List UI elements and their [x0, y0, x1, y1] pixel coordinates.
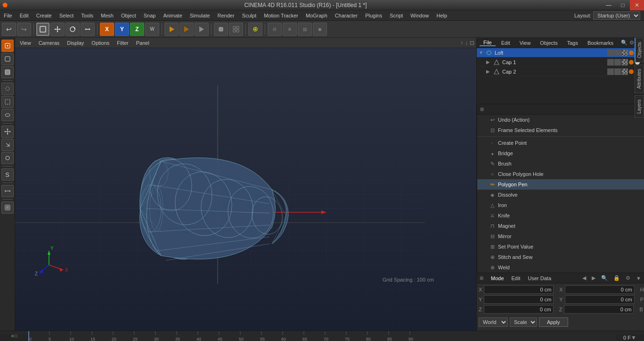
attr-forward-icon[interactable]: ▶	[592, 275, 595, 281]
close-button[interactable]: ✕	[630, 0, 644, 10]
search-icon[interactable]: 🔍	[621, 40, 628, 46]
polygon-mode-button[interactable]	[1, 66, 14, 78]
point-mode-button[interactable]	[1, 40, 14, 52]
ctx-iron[interactable]: △ Iron	[477, 200, 644, 210]
move-tool-lt-button[interactable]	[1, 125, 14, 138]
rect-selection-button[interactable]	[1, 96, 14, 108]
side-tab-attributes[interactable]: Attributes	[635, 65, 644, 93]
menu-script[interactable]: Script	[386, 10, 407, 21]
brush-tool-button[interactable]: S	[1, 168, 14, 181]
ctx-knife[interactable]: ⚔ Knife	[477, 210, 644, 221]
cube-view-button[interactable]	[214, 23, 228, 36]
menu-object[interactable]: Object	[117, 10, 140, 21]
live-selection-button[interactable]	[1, 83, 14, 95]
z-axis-button[interactable]: Z	[130, 23, 144, 36]
x-rot-input[interactable]	[565, 285, 635, 294]
x-axis-button[interactable]: X	[100, 23, 114, 36]
menu-mesh[interactable]: Mesh	[97, 10, 117, 21]
cap1-visibility-btn[interactable]	[607, 59, 614, 66]
menu-plugins[interactable]: Plugins	[361, 10, 386, 21]
panel-tab-objects[interactable]: Objects	[536, 40, 561, 46]
menu-simulate[interactable]: Simulate	[186, 10, 214, 21]
menu-select[interactable]: Select	[56, 10, 78, 21]
loft-visibility-btn[interactable]	[607, 50, 614, 56]
apply-button[interactable]: Apply	[539, 317, 568, 327]
rotate-tool-button[interactable]	[65, 23, 80, 36]
attr-tab-mode[interactable]: Mode	[489, 275, 506, 281]
menu-mograph[interactable]: MoGraph	[302, 10, 331, 21]
menu-tools[interactable]: Tools	[77, 10, 97, 21]
vp-menu-display[interactable]: Display	[64, 40, 87, 46]
menu-motion-tracker[interactable]: Motion Tracker	[260, 10, 302, 21]
ctx-frame-selected[interactable]: ⊡ Frame Selected Elements	[477, 125, 644, 135]
measure-tool-button[interactable]	[1, 185, 14, 197]
loft-checker-btn[interactable]	[621, 50, 628, 56]
vp-down-icon[interactable]: ↓	[465, 40, 468, 46]
settings-icon[interactable]: ⚙	[629, 40, 634, 46]
ctx-polygon-pen[interactable]: ✏ Polygon Pen	[477, 179, 644, 190]
obj-item-cap1[interactable]: ▶ Cap 1	[477, 58, 644, 67]
menu-snap[interactable]: Snap	[140, 10, 160, 21]
obj-expand-loft[interactable]: ▼	[479, 50, 483, 55]
model-mode-button[interactable]	[36, 23, 49, 36]
vp-menu-filter[interactable]: Filter	[114, 40, 131, 46]
vp-menu-panel[interactable]: Panel	[133, 40, 152, 46]
tl-arrow-btn[interactable]: ▼	[631, 334, 636, 341]
loft-render-btn[interactable]	[614, 50, 621, 56]
ctx-bridge[interactable]: ⬥ Bridge	[477, 148, 644, 158]
panel-tab-view[interactable]: View	[516, 40, 535, 46]
ctx-magnet[interactable]: ⊓ Magnet	[477, 221, 644, 231]
sky-button[interactable]: ⊛	[283, 23, 297, 36]
floor-button[interactable]: ⊟	[268, 23, 282, 36]
ctx-stitch-sew[interactable]: ⊕ Stitch and Sew	[477, 252, 644, 262]
z-rot-input[interactable]	[564, 305, 634, 314]
vp-menu-options[interactable]: Options	[89, 40, 112, 46]
background-button[interactable]: ▤	[298, 23, 312, 36]
viewport[interactable]: View Cameras Display Options Filter Pane…	[15, 38, 477, 331]
attr-lock-icon[interactable]: 🔒	[613, 275, 620, 281]
vp-expand-icon[interactable]: ⊡	[470, 40, 474, 46]
z-pos-input[interactable]	[484, 305, 554, 314]
vp-menu-view[interactable]: View	[17, 40, 34, 46]
menu-animate[interactable]: Animate	[159, 10, 186, 21]
render-region-button[interactable]	[164, 23, 179, 36]
ctx-brush[interactable]: ✎ Brush	[477, 158, 644, 169]
multi-view-button[interactable]	[229, 23, 243, 36]
cap2-render-btn[interactable]	[614, 68, 621, 75]
x-pos-input[interactable]	[484, 285, 554, 294]
menu-render[interactable]: Render	[214, 10, 238, 21]
ctx-close-polygon-hole[interactable]: ○ Close Polygon Hole	[477, 169, 644, 179]
edge-mode-button[interactable]	[1, 53, 14, 65]
redo-button[interactable]: ↪	[17, 23, 31, 36]
menu-character[interactable]: Character	[331, 10, 361, 21]
obj-item-loft[interactable]: ▼ Loft	[477, 48, 644, 58]
obj-expand-cap1[interactable]: ▶	[486, 59, 491, 65]
move-tool-button[interactable]	[50, 23, 65, 36]
obj-item-cap2[interactable]: ▶ Cap 2	[477, 67, 644, 76]
render-active-view-button[interactable]	[195, 23, 209, 36]
menu-sculpt[interactable]: Sculpt	[238, 10, 261, 21]
ctx-weld[interactable]: ⊗ Weld	[477, 262, 644, 273]
ctx-create-point[interactable]: · Create Point	[477, 138, 644, 148]
scale-tool-lt-button[interactable]: ⇲	[1, 139, 14, 151]
attr-search-icon[interactable]: 🔍	[601, 275, 608, 281]
panel-tab-tags[interactable]: Tags	[563, 40, 582, 46]
layout-dropdown[interactable]: Startup (User)	[593, 11, 640, 20]
y-axis-button[interactable]: Y	[115, 23, 129, 36]
attr-settings-icon[interactable]: ⚙	[626, 275, 630, 281]
maximize-button[interactable]: □	[616, 0, 630, 10]
vp-menu-cameras[interactable]: Cameras	[36, 40, 63, 46]
attr-tab-edit[interactable]: Edit	[510, 275, 522, 281]
menu-window[interactable]: Window	[407, 10, 432, 21]
menu-create[interactable]: Create	[33, 10, 56, 21]
object-manager-button[interactable]	[1, 201, 14, 214]
cap2-checker-btn[interactable]	[621, 68, 628, 75]
loop-selection-button[interactable]	[1, 109, 14, 121]
vp-up-icon[interactable]: ↑	[460, 40, 463, 46]
panel-tab-file[interactable]: File	[480, 40, 496, 46]
minimize-button[interactable]: —	[602, 0, 616, 10]
ctx-dissolve[interactable]: ◈ Dissolve	[477, 190, 644, 200]
attr-back-icon[interactable]: ◀	[582, 275, 586, 281]
foreground-button[interactable]: ◉	[313, 23, 327, 36]
ctx-mirror[interactable]: ⊟ Mirror	[477, 231, 644, 241]
